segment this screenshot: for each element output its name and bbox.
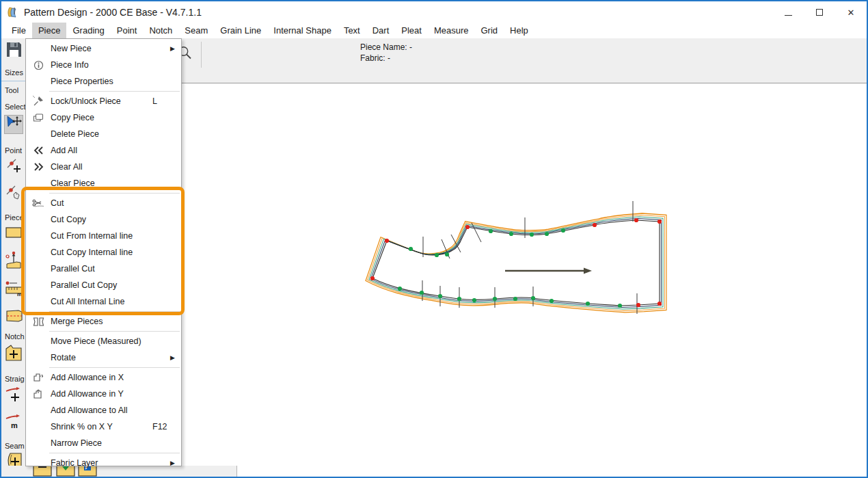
menu-item-narrow-piece[interactable]: Narrow Piece (26, 435, 181, 451)
menu-item-add-allowance-to-all[interactable]: Add Allowance to All (26, 402, 181, 419)
menubar-item-seam[interactable]: Seam (178, 23, 214, 38)
pattern-point-red[interactable] (657, 302, 662, 306)
pattern-point-red[interactable] (385, 239, 389, 243)
menu-item-merge-pieces[interactable]: Merge Pieces (26, 313, 181, 330)
menubar-item-help[interactable]: Help (504, 23, 534, 38)
menu-item-move-piece-measured[interactable]: Move Piece (Measured) (26, 333, 181, 349)
pattern-point-red[interactable] (465, 225, 470, 229)
menubar-item-file[interactable]: File (5, 23, 32, 38)
pattern-point-green[interactable] (457, 297, 461, 301)
menubar-item-internal-shape[interactable]: Internal Shape (267, 23, 338, 38)
menu-item-rotate[interactable]: Rotate▶ (26, 349, 181, 366)
save-icon (5, 40, 23, 62)
pattern-point-green[interactable] (531, 296, 535, 300)
sidebar-tool-save[interactable] (4, 41, 23, 60)
select-tool-icon (5, 115, 22, 134)
minimize-button[interactable] (772, 1, 804, 23)
pattern-point-red[interactable] (636, 303, 640, 307)
sidebar-label-select: Select (5, 103, 25, 111)
pattern-point-green[interactable] (435, 253, 439, 257)
pattern-point-red[interactable] (657, 220, 662, 224)
pattern-point-green[interactable] (398, 287, 402, 291)
sidebar-tool-rectangle-piece[interactable] (4, 224, 23, 243)
pattern-point-green[interactable] (550, 299, 554, 303)
window-title: Pattern Design - 2000 CE Base - V4.7.1.1 (24, 7, 202, 18)
menu-item-label: Lock/Unlock Piece (51, 96, 152, 106)
menu-item-lock-unlock-piece[interactable]: Lock/Unlock PieceL (26, 93, 181, 109)
menubar-item-notch[interactable]: Notch (143, 23, 178, 38)
menubar-item-point[interactable]: Point (111, 23, 144, 38)
pattern-point-green[interactable] (409, 247, 413, 251)
pattern-point-green[interactable] (513, 297, 517, 301)
menu-item-clear-all[interactable]: Clear All (26, 159, 181, 175)
menu-item-delete-piece[interactable]: Delete Piece (26, 126, 181, 142)
maximize-button[interactable] (804, 1, 835, 23)
pattern-point-red[interactable] (593, 223, 597, 227)
pattern-point-green[interactable] (561, 228, 565, 233)
sidebar-tool-arrow-m[interactable]: m (4, 413, 23, 432)
menu-item-label: Piece Properties (51, 77, 152, 86)
menu-item-fabric-layer[interactable]: Fabric Layer▶ (26, 455, 181, 471)
sidebar-tool-add-point[interactable] (4, 157, 23, 176)
pattern-piece-drawing[interactable] (364, 198, 675, 325)
sidebar-tool-select-tool[interactable] (4, 115, 23, 134)
menubar-item-text[interactable]: Text (338, 23, 366, 38)
sidebar-tool-notch-add[interactable] (4, 345, 23, 364)
menubar-item-dart[interactable]: Dart (366, 23, 396, 38)
menubar-item-piece[interactable]: Piece (32, 23, 67, 38)
close-button[interactable]: ✕ (835, 1, 867, 23)
menu-item-shrink-on-x-y[interactable]: Shrink % on X YF12 (26, 419, 181, 435)
pattern-point-green[interactable] (509, 232, 513, 236)
pattern-point-green[interactable] (586, 302, 590, 306)
app-window: Pattern Design - 2000 CE Base - V4.7.1.1… (0, 0, 868, 478)
menubar-item-measure[interactable]: Measure (428, 23, 475, 38)
pattern-point-green[interactable] (545, 232, 549, 236)
arrow-m-icon: m (5, 412, 23, 433)
menu-item-shortcut: F12 (152, 422, 170, 431)
menu-item-new-piece[interactable]: New Piece▶ (26, 40, 181, 57)
pattern-point-green[interactable] (489, 229, 493, 233)
pattern-point-green[interactable] (438, 294, 442, 298)
menu-item-label: Clear All (51, 162, 152, 172)
menu-item-piece-info[interactable]: Piece Info (26, 57, 181, 73)
close-icon: ✕ (847, 6, 855, 18)
notch-add-icon (5, 344, 23, 364)
sidebar-tool-piece-split-line[interactable] (4, 308, 23, 327)
move-point-hand-icon (5, 185, 22, 204)
maximize-icon (816, 6, 823, 18)
sidebar-tool-move-point-hand[interactable] (4, 185, 23, 204)
pattern-point-red[interactable] (634, 218, 638, 222)
menu-item-label: Narrow Piece (51, 438, 152, 448)
allowance-x-icon (26, 373, 51, 383)
menu-item-add-all[interactable]: Add All (26, 142, 181, 159)
menu-item-add-allowance-in-y[interactable]: Add Allowance in Y (26, 386, 181, 402)
sidebar-tool-piece-arrow-up[interactable] (4, 252, 23, 271)
pattern-point-green[interactable] (530, 233, 534, 237)
pattern-point-green[interactable] (493, 297, 497, 301)
menu-item-label: New Piece (51, 44, 152, 53)
menu-item-add-allowance-in-x[interactable]: Add Allowance in X (26, 369, 181, 386)
menubar-item-grain-line[interactable]: Grain Line (214, 23, 267, 38)
pattern-point-red[interactable] (370, 276, 375, 280)
pattern-point-green[interactable] (445, 252, 449, 256)
pattern-point-green[interactable] (618, 304, 622, 308)
piece-name-label: Piece Name: - (360, 42, 412, 53)
sidebar-tool-measure-ruler[interactable]: m (4, 280, 23, 300)
sidebar-label-tool: Tool (5, 86, 25, 94)
menu-item-label: Add Allowance in X (51, 373, 152, 382)
pattern-point-green[interactable] (420, 291, 424, 295)
menu-item-label: Fabric Layer (51, 458, 152, 468)
menu-item-piece-properties[interactable]: Piece Properties (26, 73, 181, 90)
menu-separator (49, 91, 180, 92)
menubar-item-pleat[interactable]: Pleat (395, 23, 428, 38)
menubar-item-grading[interactable]: Grading (66, 23, 110, 38)
menu-separator (49, 367, 180, 368)
pattern-point-green[interactable] (472, 298, 476, 302)
menu-item-label: Piece Info (51, 60, 152, 70)
arrow-plus-icon (5, 385, 23, 406)
menu-item-label: Add All (51, 146, 152, 155)
menubar-item-grid[interactable]: Grid (475, 23, 504, 38)
menu-item-copy-piece[interactable]: Copy Piece (26, 109, 181, 126)
sidebar-tool-arrow-plus[interactable] (4, 386, 23, 405)
submenu-arrow-icon: ▶ (170, 45, 181, 52)
